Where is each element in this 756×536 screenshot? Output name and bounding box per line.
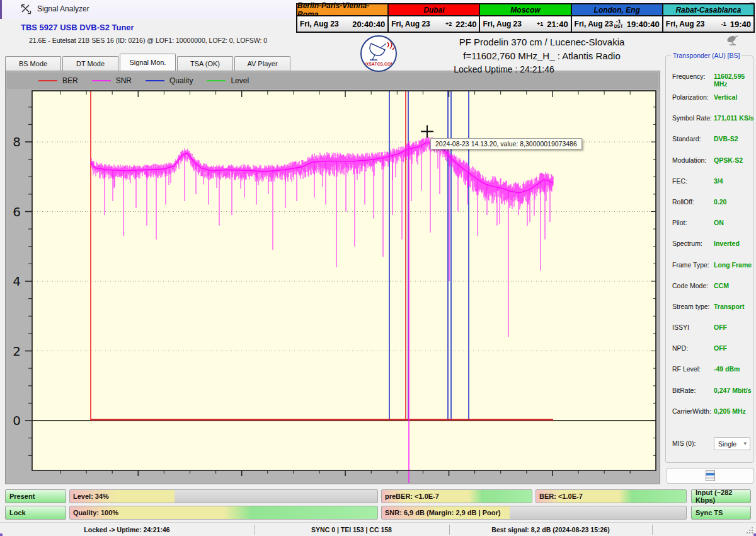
station-header: PF Prodelin 370 cm / Lucenec-Slovakia f=… bbox=[391, 37, 693, 74]
tp-value: ON bbox=[714, 219, 724, 226]
clock-berlin: Berlin-Paris-Vienna-Roma Fri, Aug 23 20:… bbox=[297, 4, 389, 32]
clock-time: 19:40:40 bbox=[627, 20, 660, 29]
dxsatcs-logo: DXSATCS.COM bbox=[360, 35, 397, 72]
clock-date: Fri, Aug 23 bbox=[666, 20, 721, 28]
tp-value: OFF bbox=[714, 323, 727, 331]
export-button[interactable] bbox=[667, 468, 753, 484]
tp-value: 0.20 bbox=[714, 198, 726, 206]
window-title: Signal Analyzer bbox=[37, 4, 89, 13]
tuner-name: TBS 5927 USB DVB-S2 Tuner bbox=[21, 23, 134, 32]
tp-value: 3/4 bbox=[714, 177, 723, 185]
tp-label: Stream type: bbox=[672, 303, 710, 310]
chevron-down-icon: ▾ bbox=[743, 440, 747, 446]
tp-label: RF Level: bbox=[672, 365, 701, 373]
clock-city: Rabat-Casablanca bbox=[663, 4, 753, 16]
clock-date: Fri, Aug 23 bbox=[483, 20, 537, 28]
status-sync-counters: SYNC 0 | TEI 153 | CC 158 bbox=[254, 523, 449, 536]
antenna-location: PF Prodelin 370 cm / Lucenec-Slovakia bbox=[391, 37, 693, 47]
svg-text:4: 4 bbox=[13, 274, 21, 289]
sync-ts-badge: Sync TS bbox=[691, 506, 751, 520]
input-badge: Input (~282 Kbps) bbox=[691, 489, 751, 503]
clock-utc-offset: +1 bbox=[537, 21, 543, 26]
window-corner bbox=[0, 533, 3, 536]
clock-utc-offset: +2 bbox=[445, 21, 452, 26]
window-corner bbox=[753, 533, 756, 536]
svg-text:2: 2 bbox=[13, 344, 21, 359]
tuner-details: 21.6E - Eutelsat 21B SES 16 (ID: 0216) @… bbox=[29, 37, 267, 44]
clock-moscow: Moscow Fri, Aug 23 +1 21:40 bbox=[480, 4, 571, 32]
tp-label: Symbol Rate: bbox=[672, 114, 712, 122]
mis-label: MIS (0): bbox=[672, 440, 696, 447]
signal-analyzer-window: { "window": { "title": "Signal Analyzer"… bbox=[0, 0, 756, 536]
clock-time: 21:40 bbox=[547, 20, 568, 29]
tp-value: QPSK-S2 bbox=[714, 156, 743, 164]
tp-label: Frame Type: bbox=[672, 261, 709, 269]
transponder-panel: Transponder (AU) [BS] Frequency:11602,59… bbox=[665, 55, 753, 463]
clock-date: Fri, Aug 23 bbox=[391, 20, 445, 28]
svg-text:0: 0 bbox=[13, 413, 21, 428]
clock-time: 22:40 bbox=[455, 20, 476, 29]
clock-utc-offset: -1 bbox=[721, 21, 726, 26]
tp-label: FEC: bbox=[672, 177, 687, 185]
tp-value: 0,247 Mbit/s bbox=[714, 387, 752, 394]
frequency-station: f=11602,760 MHz_H_ : Atlantis Radio bbox=[391, 50, 693, 61]
tp-value: Transport bbox=[714, 303, 744, 310]
tp-value: Vertical bbox=[714, 93, 737, 101]
list-export-icon bbox=[706, 470, 715, 481]
tp-label: Code Mode: bbox=[672, 282, 708, 289]
snr-meter: SNR: 6,9 dB (Margin: 2,9 dB | Poor) bbox=[381, 506, 687, 520]
signal-chart-panel[interactable]: BER SNR Quality Level 02468 2024-08-23 1… bbox=[5, 71, 660, 484]
tp-label: RollOff: bbox=[672, 198, 694, 206]
tp-label: Standard: bbox=[672, 135, 701, 143]
quality-meter: Quality: 100% bbox=[69, 506, 378, 520]
tab-av-player[interactable]: AV Player bbox=[234, 56, 290, 71]
status-bar: Locked -> Uptime: 24:21:46 SYNC 0 | TEI … bbox=[0, 522, 756, 536]
satellite-dish-icon bbox=[726, 35, 740, 45]
status-best-signal: Best signal: 8,2 dB (2024-08-23 15:26) bbox=[449, 523, 652, 536]
tp-value: -49 dBm bbox=[714, 365, 740, 373]
present-badge: Present bbox=[5, 489, 66, 503]
satellite-app-icon bbox=[21, 4, 32, 15]
clock-city: London, Eng bbox=[572, 4, 662, 16]
lock-badge: Lock bbox=[5, 506, 66, 520]
level-meter: Level: 34% bbox=[69, 489, 378, 503]
tp-value: 0,205 MHz bbox=[714, 407, 746, 415]
tp-label: BitRate: bbox=[672, 387, 696, 394]
clock-city: Moscow bbox=[480, 4, 570, 16]
tp-value: Inverted bbox=[714, 240, 740, 247]
clock-city: Dubai bbox=[389, 4, 479, 16]
locked-uptime: Locked Uptime : 24:21:46 bbox=[353, 64, 655, 74]
tp-value: OFF bbox=[714, 344, 727, 352]
mis-dropdown[interactable]: Single ▾ bbox=[714, 437, 750, 450]
tp-value: 171,011 KS/s bbox=[714, 114, 754, 122]
clock-time: 20:40:40 bbox=[352, 20, 385, 29]
logo-text: DXSATCS.COM bbox=[362, 62, 396, 66]
status-divider bbox=[652, 525, 653, 535]
clock-london: London, Eng Fri, Aug 23 -1DST 19:40:40 bbox=[572, 4, 663, 32]
tp-value: DVB-S2 bbox=[714, 135, 738, 143]
tp-value: Long Frame bbox=[714, 261, 752, 269]
tab-bs-mode[interactable]: BS Mode bbox=[5, 56, 61, 71]
ber-meter: BER: <1.0E-7 bbox=[536, 489, 687, 503]
tp-value: 11602,595 MHz bbox=[714, 73, 754, 88]
clock-time: 19:40 bbox=[730, 20, 751, 29]
chart-tooltip: 2024-08-23 14.13.20, value: 8,3000001907… bbox=[430, 138, 582, 149]
resize-grip[interactable] bbox=[746, 527, 753, 534]
tp-label: ISSYI bbox=[672, 323, 689, 331]
tp-label: Pilot: bbox=[672, 219, 687, 226]
clock-rabat: Rabat-Casablanca Fri, Aug 23 -1 19:40 bbox=[663, 4, 753, 32]
tab-tsa[interactable]: TSA (OK) bbox=[177, 56, 233, 71]
tp-label: Spectrum: bbox=[672, 240, 702, 247]
tp-value: CCM bbox=[714, 282, 729, 289]
tp-label: CarrierWidth: bbox=[672, 407, 711, 415]
tp-label: Modulation: bbox=[672, 156, 706, 164]
clock-city: Berlin-Paris-Vienna-Roma bbox=[297, 4, 387, 16]
svg-text:6: 6 bbox=[13, 204, 21, 219]
tp-label: Polarization: bbox=[672, 93, 709, 101]
status-uptime: Locked -> Uptime: 24:21:46 bbox=[0, 523, 254, 536]
svg-text:8: 8 bbox=[13, 134, 21, 149]
clock-dubai: Dubai Fri, Aug 23 +2 22:40 bbox=[389, 4, 480, 32]
tab-signal-mon[interactable]: Signal Mon. bbox=[120, 54, 176, 71]
tab-dt-mode[interactable]: DT Mode bbox=[62, 56, 118, 71]
snr-chart: 02468 bbox=[6, 71, 661, 485]
